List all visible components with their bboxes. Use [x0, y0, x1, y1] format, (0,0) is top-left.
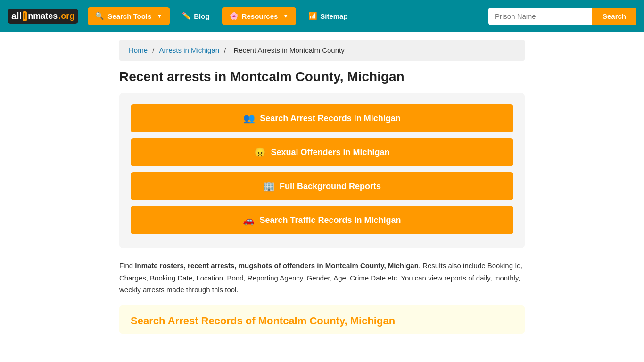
logo-i: I: [23, 11, 27, 21]
sitemap-icon: 📶: [308, 12, 317, 20]
search-arrest-records-button[interactable]: 👥 Search Arrest Records in Michigan: [131, 104, 513, 132]
breadcrumb-arrests-michigan[interactable]: Arrests in Michigan: [159, 46, 220, 54]
search-tools-button[interactable]: 🔍 Search Tools ▼: [88, 7, 170, 25]
sitemap-button[interactable]: 📶 Sitemap: [302, 7, 354, 25]
chevron-down-icon: ▼: [157, 13, 162, 19]
breadcrumb-home[interactable]: Home: [129, 46, 148, 54]
sexual-offenders-button[interactable]: 😠 Sexual Offenders in Michigan: [131, 138, 513, 166]
prison-search-input[interactable]: [488, 8, 592, 25]
search-tools-icon: 🔍: [95, 12, 104, 20]
sitemap-label: Sitemap: [320, 12, 347, 20]
full-background-reports-button[interactable]: 🏢 Full Background Reports: [131, 172, 513, 200]
chevron-down-icon-resources: ▼: [283, 13, 289, 19]
blog-label: Blog: [194, 12, 209, 20]
resources-label: Resources: [242, 12, 278, 20]
background-icon: 🏢: [263, 181, 275, 192]
breadcrumb: Home / Arrests in Michigan / Recent Arre…: [119, 40, 525, 61]
description-paragraph: Find Inmate rosters, recent arrests, mug…: [119, 260, 525, 296]
description-bold: Inmate rosters, recent arrests, mugshots…: [135, 262, 419, 270]
search-traffic-records-button[interactable]: 🚗 Search Traffic Records In Michigan: [131, 206, 513, 234]
navbar: allInmates.org 🔍 Search Tools ▼ ✏️ Blog …: [0, 0, 644, 32]
logo-nmates: nmates: [28, 11, 58, 21]
offender-icon: 😠: [254, 147, 266, 158]
action-card: 👥 Search Arrest Records in Michigan 😠 Se…: [119, 93, 525, 248]
section-highlight: Search Arrest Records of Montcalm County…: [119, 305, 525, 334]
section-highlight-title: Search Arrest Records of Montcalm County…: [131, 315, 513, 327]
resources-button[interactable]: 🌸 Resources ▼: [222, 7, 297, 25]
search-tools-label: Search Tools: [107, 12, 151, 20]
resources-icon: 🌸: [230, 12, 239, 20]
breadcrumb-current: Recent Arrests in Montcalm County: [231, 46, 347, 54]
main-content: Recent arrests in Montcalm County, Michi…: [110, 69, 534, 348]
logo-all: all: [11, 11, 22, 22]
prison-search-button[interactable]: Search: [592, 8, 636, 25]
search-button-label: Search: [603, 12, 626, 20]
sexual-offenders-label: Sexual Offenders in Michigan: [271, 148, 389, 157]
blog-button[interactable]: ✏️ Blog: [175, 7, 216, 25]
search-arrest-records-label: Search Arrest Records in Michigan: [260, 114, 400, 123]
logo[interactable]: allInmates.org: [8, 9, 78, 24]
search-traffic-records-label: Search Traffic Records In Michigan: [259, 215, 401, 225]
description-prefix: Find: [119, 262, 135, 270]
breadcrumb-sep2: /: [221, 46, 231, 54]
people-icon: 👥: [243, 113, 255, 124]
blog-icon: ✏️: [182, 12, 191, 20]
logo-org: .org: [58, 11, 74, 21]
prison-search-bar: Search: [488, 8, 636, 25]
breadcrumb-sep1: /: [149, 46, 159, 54]
car-icon: 🚗: [243, 214, 255, 226]
page-title: Recent arrests in Montcalm County, Michi…: [119, 69, 525, 84]
full-background-reports-label: Full Background Reports: [280, 181, 381, 191]
